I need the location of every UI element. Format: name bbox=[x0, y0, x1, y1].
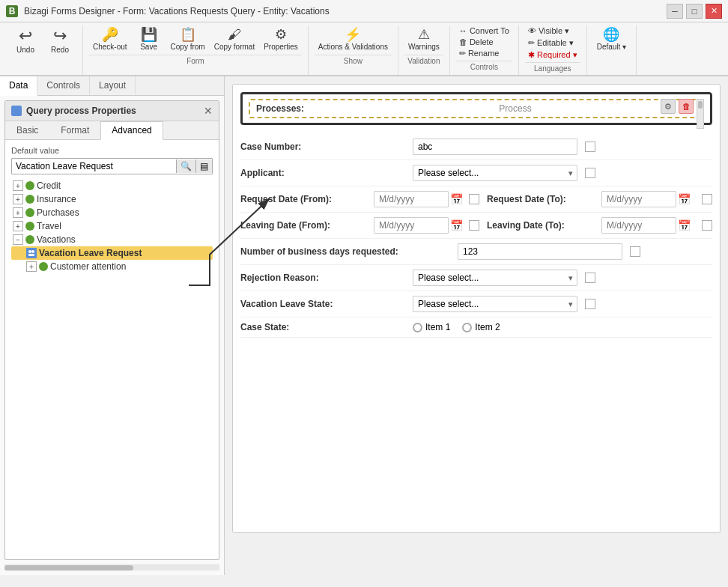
rejection-label: Rejection Reason: bbox=[240, 273, 405, 283]
form-row-applicant: Applicant: Please select... bbox=[240, 160, 712, 186]
leaving-date-from-label: Leaving Date (From): bbox=[240, 220, 368, 231]
process-settings-icon[interactable]: ⚙ bbox=[661, 99, 676, 114]
search-button[interactable]: 🔍 bbox=[176, 159, 195, 173]
list-item[interactable]: + Purchases bbox=[11, 206, 213, 219]
case-number-checkbox[interactable] bbox=[585, 142, 595, 152]
tree-icon-insurance bbox=[25, 195, 34, 204]
rename-button[interactable]: ✏ Rename bbox=[456, 48, 512, 59]
tab-controls[interactable]: Controls bbox=[37, 76, 90, 95]
properties-button[interactable]: ⚙ Properties bbox=[260, 25, 302, 53]
checkout-button[interactable]: 🔑 Check-out bbox=[89, 25, 131, 53]
default-button[interactable]: 🌐 Default ▾ bbox=[593, 25, 630, 53]
redo-button[interactable]: ↪ Redo bbox=[43, 25, 76, 56]
minimize-button[interactable]: ─ bbox=[667, 4, 683, 19]
process-center-label: Process bbox=[334, 103, 697, 114]
business-days-input[interactable] bbox=[458, 243, 622, 260]
leaving-date-to-cal-icon[interactable]: 📅 bbox=[678, 219, 691, 231]
radio-circle-2[interactable] bbox=[462, 323, 472, 332]
request-date-from-cal-icon[interactable]: 📅 bbox=[450, 193, 463, 205]
actions-validations-button[interactable]: ⚡ Actions & Validations bbox=[315, 25, 392, 53]
request-date-from-checkbox[interactable] bbox=[469, 194, 479, 204]
radio-circle-1[interactable] bbox=[413, 323, 422, 332]
request-date-to-checkbox[interactable] bbox=[702, 194, 712, 204]
qp-content: Default value 🔍 ▤ + Credit + bbox=[5, 140, 219, 559]
tab-layout[interactable]: Layout bbox=[90, 76, 136, 95]
search-input[interactable] bbox=[12, 159, 176, 174]
panel-scrollbar[interactable] bbox=[4, 565, 219, 571]
ribbon-group-form: 🔑 Check-out 💾 Save 📋 Copy from 🖌 Copy fo… bbox=[83, 25, 309, 75]
case-state-label: Case State: bbox=[240, 322, 405, 332]
qp-tab-format[interactable]: Format bbox=[49, 121, 100, 139]
title-bar-text: Bizagi Forms Designer - Form: Vacations … bbox=[24, 6, 661, 16]
left-panel: Data Controls Layout Query process Prope… bbox=[0, 76, 225, 575]
ribbon-group-validation: ⚠ Warnings Validation bbox=[398, 25, 450, 75]
applicant-checkbox[interactable] bbox=[585, 168, 595, 178]
save-button[interactable]: 💾 Save bbox=[133, 25, 166, 53]
tab-data[interactable]: Data bbox=[0, 76, 37, 96]
leaving-date-to-checkbox[interactable] bbox=[702, 220, 712, 231]
copyformat-icon: 🖌 bbox=[228, 28, 241, 41]
leaving-date-from-checkbox[interactable] bbox=[469, 220, 479, 231]
warnings-button[interactable]: ⚠ Warnings bbox=[404, 25, 443, 53]
qp-close-button[interactable]: ✕ bbox=[204, 105, 213, 117]
panel-tabs: Data Controls Layout bbox=[0, 76, 224, 96]
business-days-checkbox[interactable] bbox=[630, 246, 640, 257]
qp-tab-advanced[interactable]: Advanced bbox=[100, 121, 163, 140]
request-date-from-input[interactable] bbox=[374, 191, 449, 207]
tree-expand-customer[interactable]: + bbox=[26, 261, 37, 272]
tree-icon-vacation-leave bbox=[26, 248, 37, 258]
tree-icon-vacations bbox=[25, 235, 34, 244]
tree-expand-insurance[interactable]: + bbox=[13, 194, 23, 204]
process-delete-icon[interactable]: 🗑 bbox=[679, 99, 694, 114]
main-area: Data Controls Layout Query process Prope… bbox=[0, 76, 728, 575]
required-button[interactable]: ✱ Required ▾ bbox=[525, 49, 580, 61]
process-header-inner: Processes: Process bbox=[249, 99, 704, 118]
list-item[interactable]: + Credit bbox=[11, 179, 213, 192]
radio-item-2[interactable]: Item 2 bbox=[462, 322, 500, 332]
delete-button[interactable]: 🗑 Delete bbox=[456, 37, 512, 47]
radio-item-1[interactable]: Item 1 bbox=[413, 322, 450, 332]
copyfrom-button[interactable]: 📋 Copy from bbox=[167, 25, 209, 53]
search-row: 🔍 ▤ bbox=[11, 158, 213, 174]
editable-button[interactable]: ✏ Editable ▾ bbox=[525, 37, 580, 49]
list-item[interactable]: − Vacations bbox=[11, 233, 213, 246]
applicant-select[interactable]: Please select... bbox=[413, 165, 577, 181]
rejection-checkbox[interactable] bbox=[585, 273, 595, 283]
ribbon-group-undoredo: ↩ Undo ↪ Redo bbox=[3, 25, 83, 75]
leaving-date-from-cal-icon[interactable]: 📅 bbox=[450, 219, 463, 231]
case-state-radio-group: Item 1 Item 2 bbox=[413, 322, 500, 332]
rejection-select[interactable]: Please select... bbox=[413, 270, 577, 286]
tree-expand-button[interactable]: ▤ bbox=[195, 159, 212, 173]
tree-expand-purchases[interactable]: + bbox=[13, 207, 23, 218]
vacation-leave-state-select[interactable]: Please select... bbox=[413, 296, 577, 312]
convertto-button[interactable]: ↔ Convert To bbox=[456, 25, 512, 36]
ribbon-group-controls: ↔ Convert To 🗑 Delete ✏ Rename Controls bbox=[450, 25, 519, 75]
tree-expand-credit[interactable]: + bbox=[13, 180, 23, 191]
request-date-to-cal-icon[interactable]: 📅 bbox=[678, 193, 691, 205]
list-item[interactable]: + Customer attention bbox=[11, 260, 213, 273]
qp-title: Query process Properties bbox=[26, 106, 136, 116]
copyformat-button[interactable]: 🖌 Copy format bbox=[210, 25, 258, 53]
maximize-button[interactable]: □ bbox=[686, 4, 703, 19]
list-item[interactable]: + Insurance bbox=[11, 192, 213, 206]
tree-expand-vacations[interactable]: − bbox=[13, 234, 23, 245]
close-button[interactable]: ✕ bbox=[706, 4, 722, 19]
vacation-leave-state-checkbox[interactable] bbox=[585, 299, 595, 309]
undo-button[interactable]: ↩ Undo bbox=[9, 25, 42, 56]
case-number-input[interactable] bbox=[413, 139, 577, 155]
properties-icon: ⚙ bbox=[275, 28, 287, 41]
process-header-row: Processes: Process ⚙ 🗑 bbox=[240, 92, 712, 125]
app-icon: B bbox=[6, 5, 18, 17]
visible-button[interactable]: 👁 Visible ▾ bbox=[525, 25, 580, 37]
form-row-leaving-dates: Leaving Date (From): 📅 Leaving Date (To)… bbox=[240, 213, 712, 239]
list-item[interactable]: Vacation Leave Request bbox=[11, 246, 213, 260]
leaving-date-to-input[interactable] bbox=[601, 217, 676, 234]
request-date-to-input[interactable] bbox=[601, 191, 676, 207]
list-item[interactable]: + Travel bbox=[11, 219, 213, 233]
svg-point-1 bbox=[31, 250, 34, 253]
qp-tab-basic[interactable]: Basic bbox=[5, 121, 49, 139]
leaving-date-from-input[interactable] bbox=[374, 217, 449, 234]
tree-expand-travel[interactable]: + bbox=[13, 221, 23, 231]
request-date-to-label: Request Date (To): bbox=[487, 194, 595, 204]
processes-label: Processes: bbox=[256, 103, 304, 114]
